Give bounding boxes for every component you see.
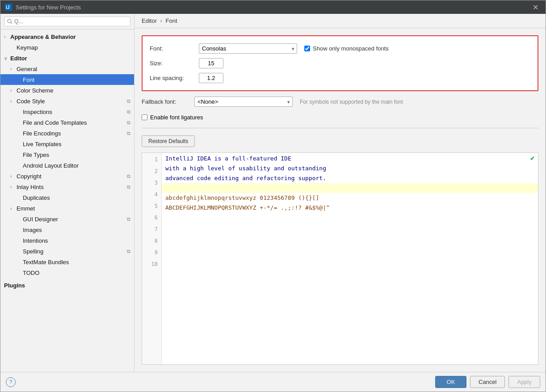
sidebar-item-label: Appearance & Behavior bbox=[10, 34, 130, 40]
sidebar-item-file-code-templates[interactable]: File and Code Templates ⧉ bbox=[0, 117, 134, 128]
show-monospaced-label: Show only monospaced fonts bbox=[313, 45, 389, 52]
sidebar-item-inspections[interactable]: Inspections ⧉ bbox=[0, 106, 134, 117]
sidebar-group-plugins: Plugins bbox=[0, 280, 134, 291]
sidebar-item-copyright[interactable]: › Copyright ⧉ bbox=[0, 171, 134, 181]
size-label: Size: bbox=[150, 60, 199, 67]
sidebar-item-file-encodings[interactable]: File Encodings ⧉ bbox=[0, 128, 134, 139]
breadcrumb-part1: Editor bbox=[142, 17, 157, 24]
ligatures-checkbox[interactable] bbox=[142, 114, 147, 120]
sidebar-item-spelling[interactable]: Spelling ⧉ bbox=[0, 246, 134, 257]
chevron-icon: › bbox=[10, 99, 17, 104]
sidebar-item-appearance[interactable]: › Appearance & Behavior bbox=[0, 31, 134, 42]
show-monospaced-checkbox[interactable] bbox=[304, 46, 310, 51]
content-area: Font: Consolas Show only monospaced font… bbox=[134, 28, 546, 372]
check-icon: ✔ bbox=[530, 155, 535, 162]
line-number: 9 bbox=[142, 247, 161, 258]
line-spacing-input[interactable] bbox=[199, 73, 223, 83]
code-line bbox=[162, 223, 538, 232]
apply-button[interactable]: Apply bbox=[508, 376, 540, 388]
restore-defaults-button[interactable]: Restore Defaults bbox=[142, 135, 195, 147]
sidebar-item-keymap[interactable]: Keymap bbox=[0, 42, 134, 53]
sidebar-item-file-types[interactable]: File Types bbox=[0, 149, 134, 160]
app-icon: IJ bbox=[5, 4, 12, 11]
sidebar-item-label: Editor bbox=[10, 55, 130, 62]
code-line: IntelliJ IDEA is a full-featured IDE bbox=[162, 154, 538, 164]
copy-icon: ⧉ bbox=[127, 120, 130, 126]
search-input[interactable] bbox=[4, 17, 130, 26]
sidebar-item-label: Inlay Hints bbox=[17, 184, 125, 190]
chevron-icon: › bbox=[10, 67, 17, 72]
line-number: 10 bbox=[142, 258, 161, 270]
sidebar-item-label: TODO bbox=[23, 270, 130, 276]
sidebar-tree: › Appearance & Behavior Keymap ∨ Editor … bbox=[0, 30, 134, 372]
line-number: 6 bbox=[142, 212, 161, 223]
sidebar-item-code-style[interactable]: › Code Style ⧉ bbox=[0, 96, 134, 106]
chevron-icon: › bbox=[10, 206, 17, 211]
breadcrumb-part2: Font bbox=[166, 17, 177, 24]
sidebar-item-inlay-hints[interactable]: › Inlay Hints ⧉ bbox=[0, 181, 134, 192]
sidebar-item-label: Images bbox=[23, 227, 130, 233]
title-bar-title: Settings for New Projects bbox=[16, 4, 530, 11]
line-number: 8 bbox=[142, 235, 161, 247]
font-dropdown-wrapper: Consolas bbox=[199, 43, 297, 54]
code-line: ABCDEFGHIJKLMNOPQRSTUVWXYZ +-*/= .,;:!? … bbox=[162, 203, 538, 213]
sidebar-item-label: Emmet bbox=[17, 205, 130, 212]
sidebar-item-textmate[interactable]: TextMate Bundles bbox=[0, 257, 134, 267]
sidebar-item-label: General bbox=[17, 66, 130, 72]
sidebar-item-label: Copyright bbox=[17, 173, 125, 180]
sidebar-item-label: Intentions bbox=[23, 237, 130, 244]
sidebar-item-font[interactable]: Font bbox=[0, 74, 134, 85]
line-number: 4 bbox=[142, 189, 161, 200]
chevron-icon: › bbox=[4, 34, 10, 39]
title-bar: IJ Settings for New Projects ✕ bbox=[0, 0, 546, 14]
svg-text:IJ: IJ bbox=[6, 5, 9, 10]
ok-button[interactable]: OK bbox=[435, 376, 466, 388]
sidebar-item-todo[interactable]: TODO bbox=[0, 267, 134, 278]
search-box bbox=[0, 14, 134, 30]
size-input[interactable] bbox=[199, 58, 223, 68]
line-spacing-row: Line spacing: bbox=[150, 73, 530, 83]
sidebar-item-emmet[interactable]: › Emmet bbox=[0, 203, 134, 214]
close-button[interactable]: ✕ bbox=[530, 2, 541, 13]
sidebar-item-duplicates[interactable]: Duplicates bbox=[0, 192, 134, 203]
fallback-font-hint: For symbols not supported by the main fo… bbox=[300, 99, 403, 105]
sidebar-item-images[interactable]: Images bbox=[0, 224, 134, 235]
sidebar-item-live-templates[interactable]: Live Templates bbox=[0, 139, 134, 149]
copy-icon: ⧉ bbox=[127, 216, 130, 222]
font-settings-box: Font: Consolas Show only monospaced font… bbox=[142, 35, 538, 91]
fallback-font-row: Fallback font: <None> For symbols not su… bbox=[142, 97, 538, 107]
sidebar-item-label: File Types bbox=[23, 152, 130, 158]
code-line: with a high level of usability and outst… bbox=[162, 164, 538, 173]
sidebar-item-gui-designer[interactable]: GUI Designer ⧉ bbox=[0, 214, 134, 224]
sidebar-item-editor[interactable]: ∨ Editor bbox=[0, 53, 134, 63]
sidebar-item-label: GUI Designer bbox=[23, 216, 125, 223]
sidebar-item-android-layout[interactable]: Android Layout Editor bbox=[0, 160, 134, 171]
chevron-icon: ∨ bbox=[4, 56, 10, 61]
copy-icon: ⧉ bbox=[127, 173, 130, 179]
code-line: abcdefghijklmnopqrstuvwxyz 0123456789 ()… bbox=[162, 193, 538, 203]
font-dropdown[interactable]: Consolas bbox=[199, 43, 297, 54]
sidebar-item-label: Color Scheme bbox=[17, 87, 130, 94]
sidebar-item-label: Spelling bbox=[23, 248, 125, 255]
sidebar-group-label: Plugins bbox=[4, 282, 25, 289]
chevron-icon: › bbox=[10, 88, 17, 93]
help-button[interactable]: ? bbox=[6, 377, 16, 387]
restore-defaults-wrapper: Restore Defaults bbox=[142, 135, 538, 147]
fallback-font-dropdown[interactable]: <None> bbox=[194, 97, 293, 107]
sidebar-item-label: Android Layout Editor bbox=[23, 162, 130, 169]
line-number: 5 bbox=[142, 200, 161, 212]
code-line bbox=[162, 242, 538, 252]
sidebar-item-label: TextMate Bundles bbox=[23, 259, 130, 266]
separator bbox=[142, 128, 538, 128]
sidebar-item-label: Keymap bbox=[17, 44, 130, 51]
size-row: Size: bbox=[150, 58, 530, 68]
preview-editor: 1 2 3 4 5 6 7 8 9 10 IntelliJ IDEA is a … bbox=[142, 152, 538, 365]
line-number: 3 bbox=[142, 177, 161, 189]
dialog-footer: ? OK Cancel Apply bbox=[0, 372, 546, 392]
breadcrumb-separator: › bbox=[160, 17, 162, 24]
sidebar-item-color-scheme[interactable]: › Color Scheme bbox=[0, 85, 134, 96]
dialog-body: › Appearance & Behavior Keymap ∨ Editor … bbox=[0, 14, 546, 372]
cancel-button[interactable]: Cancel bbox=[470, 376, 505, 388]
sidebar-item-intentions[interactable]: Intentions bbox=[0, 235, 134, 246]
sidebar-item-general[interactable]: › General bbox=[0, 63, 134, 74]
